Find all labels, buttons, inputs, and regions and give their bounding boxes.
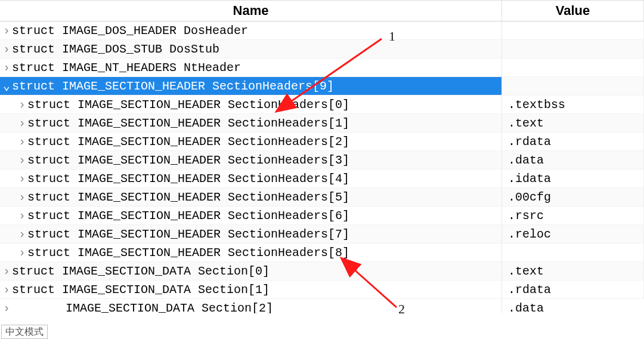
struct-value: .data [502,151,644,169]
struct-value: .reloc [502,225,644,243]
struct-name: struct IMAGE_DOS_HEADER DosHeader [12,24,248,38]
struct-name: struct IMAGE_SECTION_HEADER SectionHeade… [27,227,349,241]
chevron-right-icon[interactable]: › [17,95,27,113]
struct-value: .idata [502,170,644,187]
struct-name: struct IMAGE_SECTION_HEADER SectionHeade… [27,98,349,112]
struct-value: .text [502,114,644,132]
chevron-right-icon[interactable]: › [1,281,12,298]
table-row[interactable]: ›struct IMAGE_SECTION_HEADER SectionHead… [0,132,644,151]
table-row[interactable]: ›struct IMAGE_SECTION_HEADER SectionHead… [0,244,644,262]
chevron-right-icon[interactable]: › [17,132,27,150]
header-value-label: Value [556,3,590,19]
chevron-right-icon[interactable]: › [17,151,27,169]
struct-value: .rdata [502,281,644,298]
struct-name: struct IMAGE_SECTION_HEADER SectionHeade… [27,153,349,167]
chevron-right-icon[interactable]: › [1,262,12,280]
struct-value [502,244,644,261]
struct-name: struct IMAGE_SECTION_HEADER SectionHeade… [27,135,349,149]
struct-value: .00cfg [502,188,644,206]
chevron-right-icon[interactable]: › [1,58,12,76]
table-row[interactable]: ›struct IMAGE_SECTION_HEADER SectionHead… [0,170,644,188]
header-value[interactable]: Value [502,1,644,21]
header-name[interactable]: Name [0,1,502,21]
header-name-label: Name [233,3,269,19]
struct-value [502,40,644,58]
struct-value [502,77,644,95]
table-row[interactable]: ›struct IMAGE_SECTION_DATA Section[1].rd… [0,281,644,299]
table-row[interactable]: ›struct IMAGE_SECTION_HEADER SectionHead… [0,188,644,207]
table-row[interactable]: ›struct IMAGE_SECTION_HEADER SectionHead… [0,207,644,225]
struct-name: struct IMAGE_SECTION_HEADER SectionHeade… [27,190,349,204]
chevron-down-icon[interactable]: ⌄ [1,77,12,95]
struct-value: .textbss [502,95,644,113]
table-row[interactable]: ›struct IMAGE_SECTION_HEADER SectionHead… [0,114,644,132]
table-row[interactable]: ›struct IMAGE_SECTION_HEADER SectionHead… [0,225,644,244]
chevron-right-icon[interactable]: › [1,299,12,313]
struct-value: .rdata [502,132,644,150]
chevron-right-icon[interactable]: › [17,114,27,132]
chevron-right-icon[interactable]: › [17,207,27,224]
struct-value: .rsrc [502,207,644,224]
struct-name: struct IMAGE_NT_HEADERS NtHeader [12,61,241,75]
struct-name: struct IMAGE_SECTION_DATA Section[1] [12,283,270,297]
chevron-right-icon[interactable]: › [17,244,27,261]
table-row[interactable]: ›struct IMAGE_DOS_HEADER DosHeader [0,21,644,40]
chevron-right-icon[interactable]: › [1,40,12,58]
struct-name: struct IMAGE_SECTION_HEADER SectionHeade… [27,209,349,223]
struct-value: .text [502,262,644,280]
table-row[interactable]: ⌄struct IMAGE_SECTION_HEADER SectionHead… [0,77,644,95]
table-row[interactable]: ›struct IMAGE_NT_HEADERS NtHeader [0,58,644,77]
ime-mode-badge: 中文模式 [1,325,48,339]
struct-value [502,58,644,76]
chevron-right-icon[interactable]: › [17,170,27,187]
chevron-right-icon[interactable]: › [17,188,27,206]
struct-name: IMAGE_SECTION_DATA Section[2] [12,301,273,313]
struct-name: struct IMAGE_SECTION_HEADER SectionHeade… [27,246,349,260]
chevron-right-icon[interactable]: › [17,225,27,243]
table-row[interactable]: ›struct IMAGE_SECTION_HEADER SectionHead… [0,151,644,170]
table-row[interactable]: ›IMAGE_SECTION_DATA Section[2] .data [0,299,644,313]
struct-tree-table: Name Value ›struct IMAGE_DOS_HEADER DosH… [0,0,644,313]
struct-value: .data [502,299,644,313]
struct-name: struct IMAGE_SECTION_HEADER SectionHeade… [27,172,349,186]
table-row[interactable]: ›struct IMAGE_SECTION_HEADER SectionHead… [0,95,644,114]
chevron-right-icon[interactable]: › [1,21,12,39]
struct-name: struct IMAGE_SECTION_HEADER SectionHeade… [12,79,334,93]
table-header: Name Value [0,0,644,21]
struct-name: struct IMAGE_SECTION_DATA Section[0] [12,264,270,278]
struct-name: struct IMAGE_SECTION_HEADER SectionHeade… [27,116,349,130]
struct-name: struct IMAGE_DOS_STUB DosStub [12,42,219,56]
struct-value [502,21,644,39]
table-row[interactable]: ›struct IMAGE_SECTION_DATA Section[0].te… [0,262,644,281]
table-body: ›struct IMAGE_DOS_HEADER DosHeader›struc… [0,21,644,299]
table-row[interactable]: ›struct IMAGE_DOS_STUB DosStub [0,40,644,58]
